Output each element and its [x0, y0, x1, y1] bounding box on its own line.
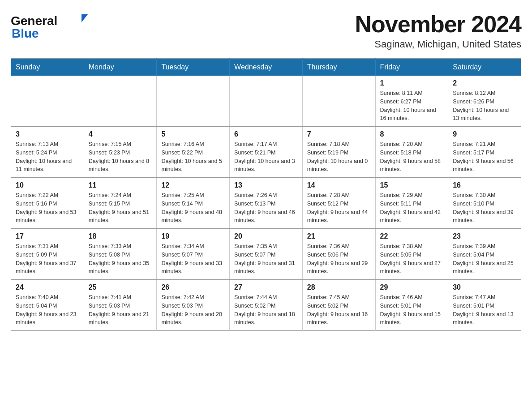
day-info: Sunrise: 7:18 AMSunset: 5:19 PMDaylight:…: [307, 140, 371, 174]
month-title: November 2024: [355, 11, 521, 38]
calendar-cell: 7Sunrise: 7:18 AMSunset: 5:19 PMDaylight…: [302, 127, 375, 178]
day-number: 9: [453, 130, 516, 138]
calendar-cell: 3Sunrise: 7:13 AMSunset: 5:24 PMDaylight…: [11, 127, 84, 178]
day-info: Sunrise: 7:46 AMSunset: 5:01 PMDaylight:…: [380, 293, 444, 327]
day-number: 11: [89, 181, 152, 189]
day-number: 23: [453, 232, 516, 240]
day-number: 17: [16, 232, 79, 240]
calendar-cell: 30Sunrise: 7:47 AMSunset: 5:01 PMDayligh…: [448, 280, 521, 331]
calendar-cell: 23Sunrise: 7:39 AMSunset: 5:04 PMDayligh…: [448, 229, 521, 280]
day-info: Sunrise: 7:20 AMSunset: 5:18 PMDaylight:…: [380, 140, 444, 174]
calendar-cell: 8Sunrise: 7:20 AMSunset: 5:18 PMDaylight…: [375, 127, 448, 178]
day-number: 24: [16, 283, 79, 291]
day-info: Sunrise: 7:16 AMSunset: 5:22 PMDaylight:…: [161, 140, 225, 174]
day-number: 28: [307, 283, 371, 291]
day-number: 18: [89, 232, 152, 240]
calendar-cell: 28Sunrise: 7:45 AMSunset: 5:02 PMDayligh…: [302, 280, 375, 331]
weekday-header-monday: Monday: [84, 59, 157, 76]
calendar-table: SundayMondayTuesdayWednesdayThursdayFrid…: [11, 58, 521, 331]
calendar-cell: 19Sunrise: 7:34 AMSunset: 5:07 PMDayligh…: [157, 229, 230, 280]
day-info: Sunrise: 7:13 AMSunset: 5:24 PMDaylight:…: [16, 140, 79, 174]
day-info: Sunrise: 8:12 AMSunset: 6:26 PMDaylight:…: [453, 89, 516, 123]
calendar-cell: 18Sunrise: 7:33 AMSunset: 5:08 PMDayligh…: [84, 229, 157, 280]
day-info: Sunrise: 7:42 AMSunset: 5:03 PMDaylight:…: [161, 293, 225, 327]
day-number: 25: [89, 283, 152, 291]
weekday-header-tuesday: Tuesday: [157, 59, 230, 76]
day-info: Sunrise: 7:17 AMSunset: 5:21 PMDaylight:…: [234, 140, 298, 174]
calendar-cell: 9Sunrise: 7:21 AMSunset: 5:17 PMDaylight…: [448, 127, 521, 178]
calendar-cell: 29Sunrise: 7:46 AMSunset: 5:01 PMDayligh…: [375, 280, 448, 331]
day-info: Sunrise: 7:35 AMSunset: 5:07 PMDaylight:…: [234, 242, 298, 276]
day-info: Sunrise: 7:40 AMSunset: 5:04 PMDaylight:…: [16, 293, 79, 327]
day-number: 7: [307, 130, 371, 138]
day-info: Sunrise: 7:45 AMSunset: 5:02 PMDaylight:…: [307, 293, 371, 327]
day-info: Sunrise: 7:47 AMSunset: 5:01 PMDaylight:…: [453, 293, 516, 327]
day-info: Sunrise: 7:24 AMSunset: 5:15 PMDaylight:…: [89, 191, 152, 225]
day-info: Sunrise: 7:30 AMSunset: 5:10 PMDaylight:…: [453, 191, 516, 225]
day-info: Sunrise: 7:26 AMSunset: 5:13 PMDaylight:…: [234, 191, 298, 225]
calendar-week-row: 17Sunrise: 7:31 AMSunset: 5:09 PMDayligh…: [11, 229, 521, 280]
weekday-header-row: SundayMondayTuesdayWednesdayThursdayFrid…: [11, 59, 521, 76]
title-section: November 2024 Saginaw, Michigan, United …: [355, 11, 521, 50]
calendar-week-row: 3Sunrise: 7:13 AMSunset: 5:24 PMDaylight…: [11, 127, 521, 178]
day-info: Sunrise: 7:36 AMSunset: 5:06 PMDaylight:…: [307, 242, 371, 276]
calendar-cell: 12Sunrise: 7:25 AMSunset: 5:14 PMDayligh…: [157, 178, 230, 229]
day-number: 26: [161, 283, 225, 291]
day-number: 2: [453, 79, 516, 87]
calendar-cell: 14Sunrise: 7:28 AMSunset: 5:12 PMDayligh…: [302, 178, 375, 229]
day-number: 20: [234, 232, 298, 240]
day-number: 4: [89, 130, 152, 138]
day-info: Sunrise: 7:38 AMSunset: 5:05 PMDaylight:…: [380, 242, 444, 276]
page-header: General Blue November 2024 Saginaw, Mich…: [11, 11, 521, 50]
day-number: 19: [161, 232, 225, 240]
day-info: Sunrise: 7:28 AMSunset: 5:12 PMDaylight:…: [307, 191, 371, 225]
day-number: 13: [234, 181, 298, 189]
calendar-cell: 13Sunrise: 7:26 AMSunset: 5:13 PMDayligh…: [230, 178, 303, 229]
calendar-cell: 6Sunrise: 7:17 AMSunset: 5:21 PMDaylight…: [230, 127, 303, 178]
day-info: Sunrise: 7:29 AMSunset: 5:11 PMDaylight:…: [380, 191, 444, 225]
calendar-cell: 26Sunrise: 7:42 AMSunset: 5:03 PMDayligh…: [157, 280, 230, 331]
calendar-cell: 15Sunrise: 7:29 AMSunset: 5:11 PMDayligh…: [375, 178, 448, 229]
calendar-cell: 22Sunrise: 7:38 AMSunset: 5:05 PMDayligh…: [375, 229, 448, 280]
day-number: 21: [307, 232, 371, 240]
weekday-header-sunday: Sunday: [11, 59, 84, 76]
weekday-header-friday: Friday: [375, 59, 448, 76]
day-number: 3: [16, 130, 79, 138]
day-info: Sunrise: 7:39 AMSunset: 5:04 PMDaylight:…: [453, 242, 516, 276]
calendar-cell: 1Sunrise: 8:11 AMSunset: 6:27 PMDaylight…: [375, 76, 448, 127]
calendar-cell: 5Sunrise: 7:16 AMSunset: 5:22 PMDaylight…: [157, 127, 230, 178]
svg-text:Blue: Blue: [12, 26, 39, 40]
day-info: Sunrise: 7:31 AMSunset: 5:09 PMDaylight:…: [16, 242, 79, 276]
weekday-header-saturday: Saturday: [448, 59, 521, 76]
calendar-cell: 10Sunrise: 7:22 AMSunset: 5:16 PMDayligh…: [11, 178, 84, 229]
day-info: Sunrise: 7:44 AMSunset: 5:02 PMDaylight:…: [234, 293, 298, 327]
day-info: Sunrise: 7:34 AMSunset: 5:07 PMDaylight:…: [161, 242, 225, 276]
calendar-cell: [157, 76, 230, 127]
logo: General Blue: [11, 11, 94, 40]
day-info: Sunrise: 7:15 AMSunset: 5:23 PMDaylight:…: [89, 140, 152, 174]
svg-text:General: General: [11, 14, 57, 28]
calendar-week-row: 1Sunrise: 8:11 AMSunset: 6:27 PMDaylight…: [11, 76, 521, 127]
calendar-cell: 11Sunrise: 7:24 AMSunset: 5:15 PMDayligh…: [84, 178, 157, 229]
calendar-cell: 20Sunrise: 7:35 AMSunset: 5:07 PMDayligh…: [230, 229, 303, 280]
calendar-cell: 24Sunrise: 7:40 AMSunset: 5:04 PMDayligh…: [11, 280, 84, 331]
day-info: Sunrise: 7:41 AMSunset: 5:03 PMDaylight:…: [89, 293, 152, 327]
day-info: Sunrise: 7:25 AMSunset: 5:14 PMDaylight:…: [161, 191, 225, 225]
calendar-cell: 21Sunrise: 7:36 AMSunset: 5:06 PMDayligh…: [302, 229, 375, 280]
day-number: 30: [453, 283, 516, 291]
day-info: Sunrise: 7:22 AMSunset: 5:16 PMDaylight:…: [16, 191, 79, 225]
calendar-week-row: 10Sunrise: 7:22 AMSunset: 5:16 PMDayligh…: [11, 178, 521, 229]
day-number: 16: [453, 181, 516, 189]
day-info: Sunrise: 7:33 AMSunset: 5:08 PMDaylight:…: [89, 242, 152, 276]
location-title: Saginaw, Michigan, United States: [355, 39, 521, 50]
calendar-cell: [84, 76, 157, 127]
calendar-cell: 4Sunrise: 7:15 AMSunset: 5:23 PMDaylight…: [84, 127, 157, 178]
day-number: 15: [380, 181, 444, 189]
calendar-week-row: 24Sunrise: 7:40 AMSunset: 5:04 PMDayligh…: [11, 280, 521, 331]
day-info: Sunrise: 7:21 AMSunset: 5:17 PMDaylight:…: [453, 140, 516, 174]
day-number: 8: [380, 130, 444, 138]
calendar-cell: [11, 76, 84, 127]
day-number: 1: [380, 79, 444, 87]
calendar-cell: 17Sunrise: 7:31 AMSunset: 5:09 PMDayligh…: [11, 229, 84, 280]
day-number: 22: [380, 232, 444, 240]
